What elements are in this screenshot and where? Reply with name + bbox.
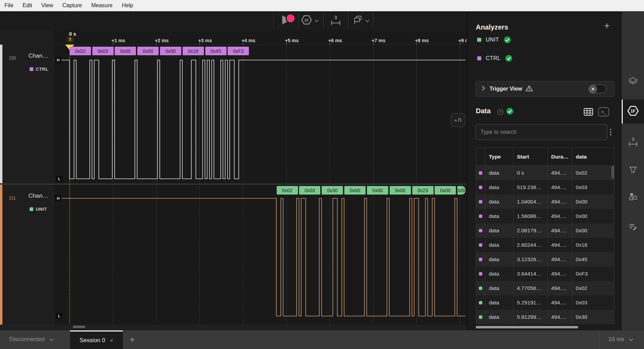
table-row[interactable]: data1.04004…494.…0x00 bbox=[476, 195, 614, 209]
kebab-menu-icon[interactable] bbox=[610, 128, 612, 137]
level-high-badge: H bbox=[55, 57, 61, 63]
measurements-button[interactable]: 3 bbox=[325, 12, 346, 30]
table-cell-start: 0 s bbox=[514, 166, 548, 180]
sidebar-item-filter[interactable] bbox=[622, 159, 644, 183]
display-radix-button[interactable]: 1F bbox=[297, 12, 322, 30]
level-low-badge: L bbox=[56, 313, 62, 319]
channel-name-label[interactable]: Chan… bbox=[28, 193, 48, 199]
table-cell-type: data bbox=[485, 281, 514, 295]
table-view-icon[interactable] bbox=[584, 108, 593, 118]
terminal-view-icon[interactable]: >_ bbox=[598, 107, 609, 118]
measurements-icon: 3 bbox=[628, 136, 638, 148]
sidebar-item-extensions[interactable] bbox=[622, 185, 644, 209]
table-cell-data: 0x00 bbox=[572, 209, 614, 223]
table-cell-data: 0x03 bbox=[572, 295, 614, 310]
start-capture-button[interactable] bbox=[277, 12, 297, 30]
menu-measure[interactable]: Measure bbox=[91, 2, 113, 9]
menu-edit[interactable]: Edit bbox=[23, 2, 32, 9]
channel-row-d0[interactable]: D0Chan…CTRL bbox=[0, 45, 54, 183]
table-cell-data: 0x02 bbox=[572, 166, 614, 180]
table-vscrollbar-thumb[interactable] bbox=[611, 166, 614, 179]
menu-help[interactable]: Help bbox=[122, 2, 133, 9]
channel-analyzer-label[interactable]: UNIT bbox=[36, 207, 47, 212]
table-row[interactable]: data5.29191…494.…0x03 bbox=[476, 295, 614, 310]
byte-annotation: 0x00 bbox=[457, 186, 465, 195]
right-sidebar: 1F3 bbox=[621, 12, 644, 330]
channel-analyzer-label[interactable]: CTRL bbox=[36, 67, 48, 72]
table-row[interactable]: data3.64414…494.…0xF3 bbox=[476, 267, 614, 281]
table-cell-color bbox=[476, 267, 485, 281]
byte-annotation: 0x00 bbox=[390, 186, 411, 195]
trigger-view-toggle[interactable] bbox=[588, 84, 606, 93]
table-cell-color bbox=[476, 166, 485, 180]
tab-session-0[interactable]: Session 0 ✕ bbox=[70, 330, 123, 349]
search-input[interactable] bbox=[476, 125, 617, 140]
table-cell-duration: 494.… bbox=[548, 238, 573, 252]
table-row[interactable]: data519.238…494.…0x03 bbox=[476, 180, 614, 195]
channel-row-d1[interactable]: D1Chan…UNIT bbox=[0, 185, 54, 325]
analyzer-name: CTRL bbox=[486, 55, 501, 61]
table-row[interactable]: data4.77056…494.…0x02 bbox=[476, 281, 614, 295]
jump-to-edge-button[interactable] bbox=[451, 113, 465, 127]
channel-divider bbox=[0, 184, 54, 185]
analyzer-item-unit[interactable]: UNIT bbox=[477, 36, 511, 44]
table-cell-data: 0x03 bbox=[572, 180, 614, 195]
trigger-view-row[interactable]: Trigger View bbox=[475, 81, 615, 97]
flags-button[interactable] bbox=[350, 12, 372, 30]
svg-text:3: 3 bbox=[632, 137, 634, 142]
table-cell-duration: 494.… bbox=[548, 310, 573, 324]
table-row[interactable]: data0 s494.…0x02 bbox=[476, 166, 614, 180]
menu-view[interactable]: View bbox=[41, 2, 53, 9]
table-cell-start: 2.08179… bbox=[514, 223, 548, 238]
table-cell-type: data bbox=[485, 166, 514, 180]
status-bar: Disconnected Session 0 ✕ + 10 ms bbox=[0, 330, 644, 349]
svg-text:1F: 1F bbox=[631, 109, 635, 114]
data-search[interactable] bbox=[475, 124, 607, 140]
row-color-swatch bbox=[479, 258, 482, 261]
table-row[interactable]: data2.60244…494.…0x18 bbox=[476, 238, 614, 252]
close-icon[interactable]: ✕ bbox=[110, 338, 113, 343]
menu-file[interactable]: File bbox=[4, 2, 13, 9]
analyzer-item-ctrl[interactable]: CTRL bbox=[477, 55, 513, 62]
table-cell-duration: 494.… bbox=[548, 295, 573, 310]
row-color-swatch bbox=[479, 186, 482, 189]
table-cell-color bbox=[476, 180, 485, 195]
table-cell-type: data bbox=[485, 223, 514, 238]
table-row[interactable]: data2.08179…494.…0x00 bbox=[476, 223, 614, 238]
byte-annotation: 0x03 bbox=[299, 186, 320, 195]
sidebar-item-measurements[interactable]: 3 bbox=[622, 130, 644, 154]
digital-waveform-d0 bbox=[55, 60, 465, 179]
byte-annotation: 0x00 bbox=[435, 186, 456, 195]
menu-capture[interactable]: Capture bbox=[62, 2, 82, 9]
table-hscrollbar-thumb[interactable] bbox=[476, 326, 578, 328]
analyzer-panel: Analyzers + UNITCTRL Trigger View Data ? bbox=[467, 12, 621, 330]
row-color-swatch bbox=[479, 214, 482, 218]
help-icon[interactable]: ? bbox=[497, 109, 504, 117]
table-cell-data: 0xF3 bbox=[572, 267, 614, 281]
table-row[interactable]: data1.56086…494.…0x00 bbox=[476, 209, 614, 223]
waveform-viewport[interactable]: 0 sT+1 ms+2 ms+3 ms+4 ms+5 ms+6 ms+7 ms+… bbox=[54, 30, 467, 325]
table-row[interactable]: data5.81299…494.…0x30 bbox=[476, 310, 614, 324]
table-cell-duration: 494.… bbox=[548, 281, 573, 295]
table-cell-type: data bbox=[485, 209, 514, 223]
table-header-dura: Dura… bbox=[548, 148, 573, 166]
chevron-down-icon bbox=[365, 18, 369, 24]
table-cell-type: data bbox=[485, 195, 514, 209]
byte-annotation: 0x30 bbox=[322, 186, 343, 195]
sidebar-item-notes[interactable] bbox=[622, 216, 644, 240]
table-cell-duration: 494.… bbox=[548, 267, 573, 281]
new-session-button[interactable]: + bbox=[126, 334, 138, 345]
table-cell-start: 3.12326… bbox=[514, 252, 548, 267]
table-cell-start: 3.64414… bbox=[514, 267, 548, 281]
add-analyzer-button[interactable]: + bbox=[604, 21, 610, 31]
sidebar-item-layers[interactable] bbox=[622, 70, 644, 94]
timescale-dropdown[interactable]: 10 ms bbox=[608, 336, 633, 343]
table-row[interactable]: data3.12326…494.…0x45 bbox=[476, 252, 614, 267]
sidebar-item-hex-display[interactable]: 1F bbox=[622, 100, 644, 124]
channel-name-label[interactable]: Chan… bbox=[28, 53, 48, 59]
device-connection-dropdown[interactable]: Disconnected bbox=[9, 336, 54, 343]
byte-annotation: 0x00 bbox=[160, 47, 181, 55]
waveform-scrollbar bbox=[0, 325, 467, 330]
waveform-scrollbar-thumb[interactable] bbox=[73, 326, 85, 328]
row-color-swatch bbox=[479, 229, 482, 232]
